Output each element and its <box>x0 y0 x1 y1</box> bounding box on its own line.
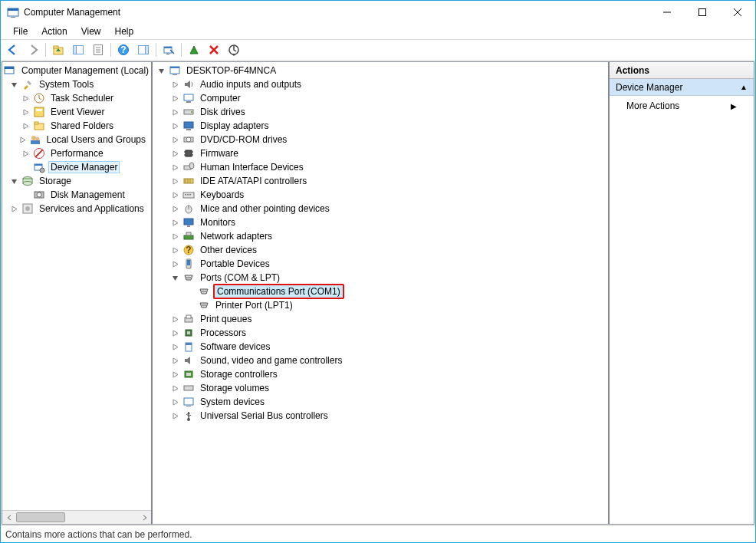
back-button[interactable] <box>4 41 22 59</box>
disk-management-icon <box>33 189 45 201</box>
show-hide-action-pane-button[interactable] <box>134 41 153 59</box>
chevron-right-icon[interactable] <box>169 120 181 132</box>
chevron-right-icon[interactable] <box>169 327 181 339</box>
horizontal-scrollbar[interactable] <box>2 510 151 524</box>
device-monitors[interactable]: Monitors <box>156 216 608 229</box>
device-portable[interactable]: Portable Devices <box>156 257 608 271</box>
chevron-right-icon[interactable] <box>169 203 181 215</box>
scroll-right-button[interactable] <box>138 511 151 524</box>
show-hide-tree-button[interactable] <box>69 41 87 59</box>
actions-group[interactable]: Device Manager ▲ <box>610 79 754 96</box>
chevron-right-icon[interactable] <box>20 120 31 132</box>
chevron-right-icon[interactable] <box>169 258 181 270</box>
device-storage-ctrl[interactable]: Storage controllers <box>156 367 608 381</box>
chevron-right-icon[interactable] <box>169 355 181 367</box>
chevron-right-icon[interactable] <box>169 79 181 90</box>
maximize-button[interactable] <box>685 1 720 24</box>
minimize-button[interactable] <box>649 1 685 24</box>
chevron-right-icon[interactable] <box>169 162 181 173</box>
tree-disk-management[interactable]: Disk Management <box>2 188 151 202</box>
menu-view[interactable]: View <box>75 25 107 38</box>
more-actions[interactable]: More Actions ▶ <box>610 96 754 116</box>
device-display[interactable]: Display adapters <box>156 119 608 133</box>
device-storage-vol[interactable]: Storage volumes <box>156 381 608 395</box>
device-mice[interactable]: Mice and other pointing devices <box>156 202 608 216</box>
device-firmware[interactable]: Firmware <box>156 146 608 160</box>
menu-action[interactable]: Action <box>35 25 73 38</box>
up-button[interactable] <box>49 41 67 59</box>
help-button[interactable]: ? <box>114 41 133 59</box>
tree-device-manager[interactable]: Device Manager <box>2 160 151 174</box>
close-button[interactable] <box>720 1 755 24</box>
chevron-down-icon[interactable] <box>8 79 20 90</box>
scroll-thumb[interactable] <box>16 512 65 522</box>
chevron-right-icon[interactable] <box>169 189 181 201</box>
chevron-down-icon[interactable] <box>8 176 20 187</box>
device-software[interactable]: Software devices <box>156 340 608 354</box>
chevron-right-icon[interactable] <box>169 107 181 118</box>
more-actions-label: More Actions <box>626 100 679 111</box>
scroll-left-button[interactable] <box>2 511 15 524</box>
chevron-right-icon[interactable] <box>20 148 31 160</box>
device-usb[interactable]: Universal Serial Bus controllers <box>156 409 608 423</box>
chevron-right-icon[interactable] <box>20 93 31 104</box>
device-processors[interactable]: Processors <box>156 326 608 340</box>
tree-storage[interactable]: Storage <box>2 174 151 188</box>
chevron-right-icon[interactable] <box>8 203 20 215</box>
device-root[interactable]: DESKTOP-6F4MNCA <box>156 64 608 77</box>
chevron-right-icon[interactable] <box>169 93 181 104</box>
chevron-right-icon[interactable] <box>169 341 181 353</box>
uninstall-button[interactable] <box>205 41 223 59</box>
scan-hardware-button[interactable] <box>159 41 178 59</box>
console-tree[interactable]: Computer Management (Local) System Tools… <box>2 62 151 510</box>
device-hid[interactable]: Human Interface Devices <box>156 160 608 174</box>
device-print-queues[interactable]: Print queues <box>156 312 608 326</box>
device-lpt1[interactable]: Printer Port (LPT1) <box>156 298 608 312</box>
chevron-right-icon[interactable] <box>169 314 181 325</box>
tree-services-apps[interactable]: Services and Applications <box>2 202 151 216</box>
tree-shared-folders[interactable]: Shared Folders <box>2 119 151 133</box>
device-dvd[interactable]: DVD/CD-ROM drives <box>156 133 608 146</box>
tree-event-viewer[interactable]: Event Viewer <box>2 105 151 119</box>
device-ports[interactable]: Ports (COM & LPT) <box>156 271 608 285</box>
chevron-down-icon[interactable] <box>169 272 181 284</box>
device-sound[interactable]: Sound, video and game controllers <box>156 354 608 367</box>
enable-button[interactable] <box>185 41 203 59</box>
tree-root-computer-management[interactable]: Computer Management (Local) <box>2 64 151 77</box>
performance-icon <box>33 147 45 160</box>
menu-help[interactable]: Help <box>109 25 140 38</box>
device-audio[interactable]: Audio inputs and outputs <box>156 77 608 91</box>
tree-task-scheduler[interactable]: Task Scheduler <box>2 91 151 105</box>
device-ide[interactable]: IDE ATA/ATAPI controllers <box>156 174 608 188</box>
menu-file[interactable]: File <box>7 25 34 38</box>
chevron-right-icon[interactable] <box>169 231 181 242</box>
chevron-right-icon[interactable] <box>169 134 181 146</box>
tree-performance[interactable]: Performance <box>2 146 151 160</box>
chevron-right-icon[interactable] <box>169 397 181 408</box>
device-com1[interactable]: Communications Port (COM1) <box>156 285 608 298</box>
tree-system-tools[interactable]: System Tools <box>2 77 151 91</box>
chevron-right-icon[interactable] <box>169 410 181 422</box>
chevron-right-icon[interactable] <box>20 107 31 118</box>
chevron-right-icon[interactable] <box>169 369 181 380</box>
chevron-down-icon[interactable] <box>156 65 167 77</box>
device-other[interactable]: ?Other devices <box>156 243 608 257</box>
forward-button[interactable] <box>24 41 42 59</box>
device-tree[interactable]: DESKTOP-6F4MNCA Audio inputs and outputs… <box>153 62 608 424</box>
update-driver-button[interactable] <box>225 41 243 59</box>
chevron-right-icon[interactable] <box>169 217 181 229</box>
chevron-right-icon[interactable] <box>169 148 181 160</box>
actions-header: Actions <box>610 62 754 79</box>
svg-rect-34 <box>31 140 40 144</box>
chevron-right-icon[interactable] <box>169 176 181 187</box>
device-computer[interactable]: Computer <box>156 91 608 105</box>
device-network[interactable]: Network adapters <box>156 229 608 243</box>
device-keyboards[interactable]: Keyboards <box>156 188 608 202</box>
device-system[interactable]: System devices <box>156 395 608 409</box>
properties-button[interactable] <box>89 41 107 59</box>
tree-local-users[interactable]: Local Users and Groups <box>2 133 151 146</box>
device-disk-drives[interactable]: Disk drives <box>156 105 608 119</box>
chevron-right-icon[interactable] <box>169 383 181 394</box>
chevron-right-icon[interactable] <box>169 245 181 256</box>
chevron-right-icon[interactable] <box>18 134 28 146</box>
